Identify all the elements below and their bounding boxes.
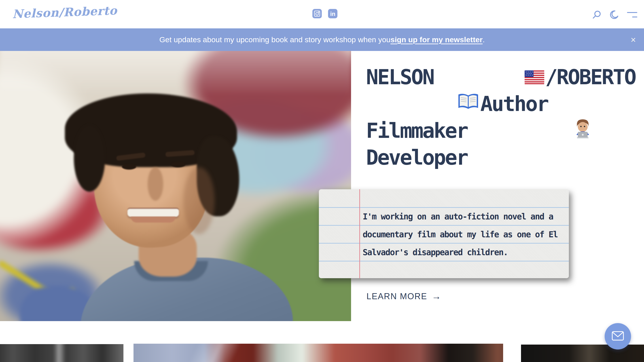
gallery-thumbnail-center[interactable] [134,344,503,362]
notecard-ruled-line [319,243,569,244]
page: Nelson/Roberto in [0,0,644,362]
gallery-thumbnail-right[interactable] [521,345,644,362]
photo-hair-left [74,125,105,192]
photo-lower-lip [131,217,176,223]
nav-action-icons [592,10,638,20]
gallery-thumbnail-center-light-streak [156,344,289,362]
photo-cheek-shadow [183,167,215,234]
newsletter-banner: Get updates about my upcoming book and s… [0,28,644,51]
social-links: in [312,9,338,18]
linkedin-link[interactable]: in [328,9,338,18]
newsletter-signup-link[interactable]: sign up for my newsletter [390,35,482,44]
notecard-text-line-2: documentary film about my life as one of… [363,228,564,241]
photo-overexposed-glow [0,51,351,96]
learn-more-label: LEARN MORE [366,292,427,301]
right-arrow-icon: → [432,291,441,302]
linkedin-icon: in [330,11,335,17]
photo-right-eye [171,162,185,167]
menu-hamburger-icon[interactable] [626,11,638,20]
notecard-text-line-1: I'm working on an auto-fiction novel and… [363,210,564,223]
envelope-icon [612,331,624,342]
notecard-ruled-line [319,225,569,226]
banner-text-period: . [482,35,484,44]
banner-text: Get updates about my upcoming book and s… [159,35,390,44]
gallery-thumbnail-left[interactable] [0,344,124,362]
photo-left-eye [122,164,136,170]
notecard-text-line-3: Salvador's disappeared children. [363,246,564,259]
notecard: I'm working on an auto-fiction novel and… [319,189,569,278]
learn-more-link[interactable]: LEARN MORE → [366,291,441,302]
banner-close-icon[interactable]: × [628,35,638,45]
top-navigation-bar: Nelson/Roberto in [0,0,644,28]
site-logo[interactable]: Nelson/Roberto [12,3,117,21]
photo-smile [128,209,179,217]
instagram-icon [314,10,320,17]
instagram-link[interactable] [312,9,322,18]
hero-portrait-photo [0,51,351,321]
notecard-margin-line [359,189,360,278]
headline-slash: / [545,65,556,89]
notecard-ruled-line [319,207,569,208]
headline-role-developer: Developer [366,146,468,170]
dark-mode-moon-icon[interactable] [609,10,619,20]
contact-fab-button[interactable] [605,323,631,350]
hero-headline: NELSON /ROBERTO [366,64,644,171]
man-technologist-emoji-icon [479,94,595,168]
notecard-ruled-line [319,261,569,261]
search-icon[interactable] [592,10,602,20]
photo-nose-shading [148,167,163,201]
gallery-thumbnail-right-image [521,345,644,362]
headline-role-filmmaker: Filmmaker [366,119,468,143]
gallery-thumbnail-left-image [0,344,124,362]
